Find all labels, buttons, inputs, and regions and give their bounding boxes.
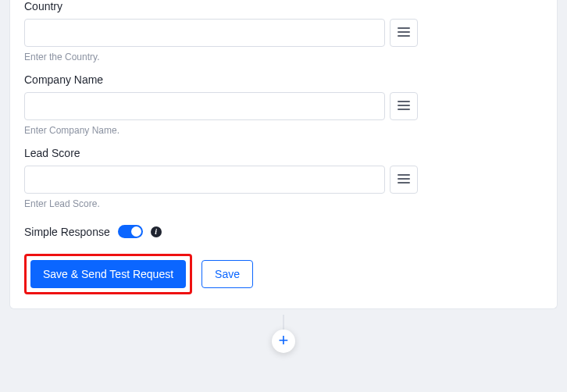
simple-response-label: Simple Response bbox=[24, 226, 110, 238]
country-input[interactable] bbox=[24, 19, 385, 47]
button-row: Save & Send Test Request Save bbox=[24, 254, 543, 294]
country-hint: Enter the Country. bbox=[24, 52, 543, 62]
save-button[interactable]: Save bbox=[201, 260, 253, 288]
save-send-test-button[interactable]: Save & Send Test Request bbox=[30, 260, 186, 288]
info-icon[interactable]: i bbox=[151, 226, 162, 237]
plus-icon: + bbox=[279, 332, 289, 349]
lead-score-input-row bbox=[24, 166, 543, 194]
menu-icon bbox=[398, 27, 410, 40]
simple-response-toggle[interactable] bbox=[118, 225, 143, 238]
highlight-box: Save & Send Test Request bbox=[24, 254, 192, 294]
company-hint: Enter Company Name. bbox=[24, 125, 543, 136]
lead-score-picker-button[interactable] bbox=[390, 166, 418, 194]
company-label: Company Name bbox=[24, 73, 543, 86]
country-label: Country bbox=[24, 0, 543, 12]
menu-icon bbox=[398, 173, 410, 187]
country-picker-button[interactable] bbox=[390, 19, 418, 47]
company-picker-button[interactable] bbox=[390, 92, 418, 120]
company-input-row bbox=[24, 92, 543, 120]
company-input[interactable] bbox=[24, 92, 385, 120]
lead-score-label: Lead Score bbox=[24, 147, 543, 159]
add-step-button[interactable]: + bbox=[272, 330, 295, 353]
lead-score-hint: Enter Lead Score. bbox=[24, 198, 543, 209]
lead-score-input[interactable] bbox=[24, 166, 385, 194]
field-country: Country Enter the Country. bbox=[24, 0, 543, 62]
menu-icon bbox=[398, 100, 410, 113]
form-card: Country Enter the Country. Company Name … bbox=[9, 0, 558, 309]
simple-response-row: Simple Response i bbox=[24, 225, 543, 238]
field-lead-score: Lead Score Enter Lead Score. bbox=[24, 147, 543, 209]
field-company: Company Name Enter Company Name. bbox=[24, 73, 543, 136]
country-input-row bbox=[24, 19, 543, 47]
